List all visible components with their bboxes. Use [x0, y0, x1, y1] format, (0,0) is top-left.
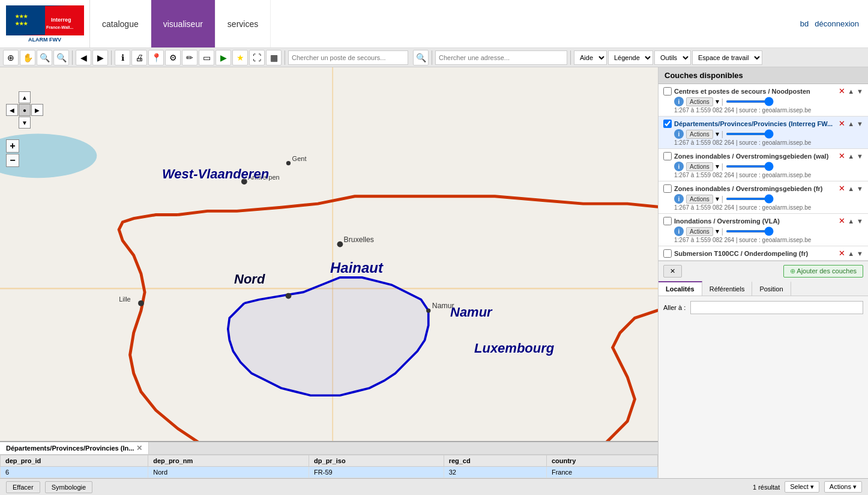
layer-5-opacity-slider[interactable]: [726, 230, 774, 232]
layer-2-down-btn[interactable]: ▼: [857, 120, 863, 127]
next-extent-btn[interactable]: ▶: [92, 50, 108, 65]
symbologie-btn[interactable]: Symbologie: [45, 481, 92, 493]
nav-center-btn[interactable]: ●: [19, 104, 31, 116]
layer-2-checkbox[interactable]: [663, 120, 672, 128]
right-panel: Couches disponibles Centres et postes de…: [658, 67, 868, 495]
layer-4-actions-btn[interactable]: Actions: [686, 195, 713, 204]
layer-6-down-btn[interactable]: ▼: [857, 250, 863, 257]
prev-extent-btn[interactable]: ◀: [76, 50, 91, 65]
grid-btn[interactable]: ▦: [266, 50, 282, 65]
layer-6-name: Submersion T100CC / Onderdompeling (fr): [674, 250, 836, 257]
layer-3-remove-btn[interactable]: ✕: [839, 151, 845, 160]
layer-4-remove-btn[interactable]: ✕: [839, 184, 845, 193]
layer-5-remove-btn[interactable]: ✕: [839, 216, 845, 225]
add-layers-btn[interactable]: ⊕ Ajouter des couches: [783, 265, 863, 278]
layer-2-info-btn[interactable]: i: [674, 129, 684, 139]
layer-4-checkbox[interactable]: [663, 184, 672, 193]
layer-1-actions-arrow: ▾: [716, 97, 719, 106]
layer-1-remove-btn[interactable]: ✕: [839, 87, 845, 96]
table-tab-close-btn[interactable]: ✕: [136, 444, 142, 452]
layer-4-info-btn[interactable]: i: [674, 194, 684, 204]
nav-visualiseur[interactable]: visualiseur: [151, 0, 215, 47]
table-tab-1[interactable]: Départements/Provinces/Provincies (In...…: [0, 442, 149, 454]
print-btn[interactable]: 🖨: [131, 50, 147, 65]
layer-3-checkbox[interactable]: [663, 152, 672, 160]
sep-pipe-5: |: [722, 227, 723, 235]
play-btn[interactable]: ▶: [215, 50, 231, 65]
layer-5-checkbox[interactable]: [663, 217, 672, 225]
nav-left-btn[interactable]: ◀: [6, 104, 18, 116]
efface-btn[interactable]: Effacer: [6, 481, 40, 493]
layer-3-down-btn[interactable]: ▼: [857, 153, 863, 160]
layer-3-actions-btn[interactable]: Actions: [686, 162, 713, 171]
expand-btn[interactable]: ⛶: [249, 50, 265, 65]
search-adresse-input[interactable]: [435, 50, 567, 65]
svg-text:★★★: ★★★: [15, 14, 28, 19]
search-postes-btn[interactable]: 🔍: [413, 50, 429, 65]
deconnexion-link[interactable]: déconnexion: [815, 19, 859, 28]
layer-1-checkbox[interactable]: [663, 87, 672, 96]
tab-position[interactable]: Position: [752, 281, 791, 296]
layer-3-up-btn[interactable]: ▲: [848, 153, 854, 160]
zoom-out-btn[interactable]: 🔍: [53, 50, 69, 65]
zoom-out-map-btn[interactable]: −: [6, 154, 19, 167]
layer-2-opacity-slider[interactable]: [726, 133, 774, 135]
layer-2-actions-btn[interactable]: Actions: [686, 130, 713, 139]
tab-localites[interactable]: Localités: [659, 281, 702, 296]
layer-4-down-btn[interactable]: ▼: [857, 185, 863, 192]
nav-catalogue[interactable]: catalogue: [90, 0, 151, 47]
outils-dropdown[interactable]: Outils: [654, 50, 691, 65]
pencil-btn[interactable]: ✏: [182, 50, 197, 65]
select-btn[interactable]: Select ▾: [785, 481, 819, 493]
aide-dropdown[interactable]: Aide: [574, 50, 607, 65]
layer-2-up-btn[interactable]: ▲: [848, 120, 854, 127]
nav-down-btn[interactable]: ▼: [19, 117, 31, 129]
layer-3-opacity-slider[interactable]: [726, 165, 774, 168]
nav-right-btn[interactable]: ▶: [31, 104, 43, 116]
select-rect-btn[interactable]: ▭: [199, 50, 214, 65]
pan-btn[interactable]: ✋: [20, 50, 35, 65]
zoom-in-btn[interactable]: 🔍: [37, 50, 52, 65]
table-row[interactable]: 6NordFR-5932France: [1, 467, 658, 478]
zoom-in-map-btn[interactable]: +: [6, 139, 19, 153]
layer-5-actions-btn[interactable]: Actions: [686, 227, 713, 236]
layer-1-up-btn[interactable]: ▲: [848, 88, 854, 95]
aller-a-input[interactable]: [690, 301, 863, 314]
info-btn[interactable]: ℹ: [115, 50, 130, 65]
settings-btn[interactable]: ⚙: [165, 50, 181, 65]
layer-6-up-btn[interactable]: ▲: [848, 250, 854, 257]
svg-text:Gent: Gent: [292, 155, 307, 162]
layer-4-opacity-slider[interactable]: [726, 198, 774, 200]
star-btn[interactable]: ★: [232, 50, 248, 65]
cancel-add-btn[interactable]: ✕: [663, 265, 682, 278]
layer-5-up-btn[interactable]: ▲: [848, 217, 854, 225]
layer-5-down-btn[interactable]: ▼: [857, 217, 863, 225]
search-postes-input[interactable]: [288, 50, 408, 65]
layer-1-actions-btn[interactable]: Actions: [686, 97, 713, 106]
add-layers-icon: ⊕: [790, 267, 795, 275]
map-container[interactable]: Bruxelles Namur Antwerpen Lille Gent Wes…: [0, 67, 658, 495]
layer-2-remove-btn[interactable]: ✕: [839, 119, 845, 128]
map-svg: Bruxelles Namur Antwerpen Lille Gent: [0, 67, 658, 495]
layer-6-remove-btn[interactable]: ✕: [839, 249, 845, 258]
espace-travail-dropdown[interactable]: Espace de travail: [692, 50, 762, 65]
zoom-full-btn[interactable]: ⊕: [3, 50, 19, 65]
layer-1-opacity-slider[interactable]: [726, 100, 774, 103]
layer-6-checkbox[interactable]: [663, 249, 672, 258]
marker-btn[interactable]: 📍: [148, 50, 164, 65]
layer-3-info-btn[interactable]: i: [674, 162, 684, 171]
nav-up-btn[interactable]: ▲: [19, 91, 31, 103]
layer-1-info-btn[interactable]: i: [674, 97, 684, 106]
logo-image[interactable]: ★★★ ★★★ Interreg France-Wall...: [6, 5, 84, 35]
bd-link[interactable]: bd: [800, 19, 809, 28]
layer-item-1: Centres et postes de secours / Noodposte…: [659, 84, 868, 117]
tab-referentiels[interactable]: Référentiels: [702, 281, 753, 296]
layer-5-info-btn[interactable]: i: [674, 226, 684, 236]
legende-dropdown[interactable]: Légende: [608, 50, 653, 65]
layer-1-down-btn[interactable]: ▼: [857, 88, 863, 95]
sep-pipe-4: |: [722, 195, 723, 203]
actions-bottom-btn[interactable]: Actions ▾: [824, 481, 862, 493]
toolbar: ⊕ ✋ 🔍 🔍 ◀ ▶ ℹ 🖨 📍 ⚙ ✏ ▭ ▶ ★ ⛶ ▦ 🔍 Aide L…: [0, 48, 868, 67]
layer-4-up-btn[interactable]: ▲: [848, 185, 854, 192]
nav-services[interactable]: services: [215, 0, 271, 47]
